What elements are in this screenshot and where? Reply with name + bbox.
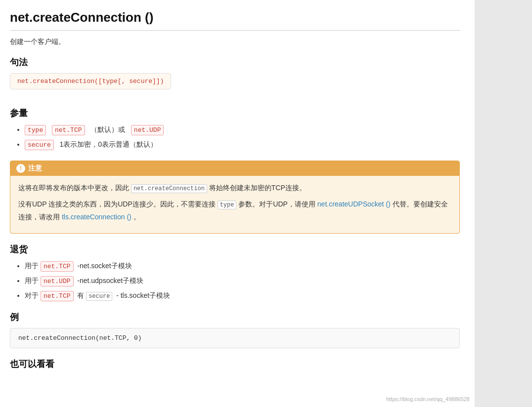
list-item: secure 1表示加密，0表示普通（默认） — [25, 139, 460, 151]
notice-body: 这将在即将发布的版本中更改，因此 net.createConnection 将始… — [10, 176, 459, 233]
return-text3: - tls.socket子模块 — [116, 291, 170, 299]
notice-line2: 没有UDP 连接之类的东西，因为UDP连接少。因此，不需要连接 type 参数。… — [18, 198, 451, 223]
seealso-heading: 也可以看看 — [10, 358, 460, 370]
returns-list: 用于 net.TCP -net.socket子模块 用于 net.UDP -ne… — [25, 260, 460, 301]
list-item: 用于 net.TCP -net.socket子模块 — [25, 260, 460, 272]
notice-line2-end: 。 — [133, 213, 140, 221]
notice-line1-code: net.createConnection — [131, 184, 207, 193]
notice-line2-before: 没有UDP 连接之类的东西，因为UDP连接少。因此，不需要连接 — [18, 200, 216, 208]
section-syntax: 句法 net.createConnection([type[, secure]]… — [10, 56, 460, 97]
notice-title: 注意 — [28, 164, 42, 173]
returns-heading: 退货 — [10, 244, 460, 255]
list-item: type net.TCP （默认）或 net.UDP — [25, 124, 460, 136]
example-code: net.createConnection(net.TCP, 0) — [10, 328, 460, 348]
return-tag-tcp1: net.TCP — [41, 261, 74, 272]
return-text2: -net.udpsocket子模块 — [77, 277, 143, 285]
notice-line1: 这将在即将发布的版本中更改，因此 net.createConnection 将始… — [18, 182, 451, 195]
params-heading: 参量 — [10, 107, 460, 119]
notice-line2-code: type — [218, 201, 237, 209]
example-heading: 例 — [10, 311, 460, 323]
section-returns: 退货 用于 net.TCP -net.socket子模块 用于 net.UDP … — [10, 244, 460, 301]
watermark: https://blog.csdn.net/qq_49886528 — [386, 396, 470, 402]
syntax-heading: 句法 — [10, 56, 460, 68]
subtitle: 创建一个客户端。 — [10, 38, 460, 46]
notice-link1[interactable]: net.createUDPSocket () — [317, 200, 391, 208]
return-tag-tcp2: net.TCP — [41, 291, 74, 301]
notice-line1-before: 这将在即将发布的版本中更改，因此 — [18, 184, 129, 192]
param-net-tcp-tag: net.TCP — [52, 125, 85, 135]
section-seealso: 也可以看看 — [10, 358, 460, 370]
section-params: 参量 type net.TCP （默认）或 net.UDP secure 1表示… — [10, 107, 460, 151]
notice-link2[interactable]: tls.createConnection () — [62, 213, 132, 221]
notice-box: ! 注意 这将在即将发布的版本中更改，因此 net.createConnecti… — [10, 161, 460, 234]
return-tag-udp: net.UDP — [41, 276, 74, 286]
page-title: net.createConnection () — [10, 10, 460, 31]
notice-line2-after: 参数。对于UDP，请使用 — [238, 200, 315, 208]
main-content: net.createConnection () 创建一个客户端。 句法 net.… — [0, 0, 475, 407]
return-text1: -net.socket子模块 — [77, 262, 132, 270]
params-list: type net.TCP （默认）或 net.UDP secure 1表示加密，… — [25, 124, 460, 151]
return-tag-secure: secure — [86, 292, 112, 301]
list-item: 用于 net.UDP -net.udpsocket子模块 — [25, 275, 460, 287]
syntax-code: net.createConnection([type[, secure]]) — [10, 73, 171, 89]
notice-header: ! 注意 — [10, 161, 459, 176]
list-item: 对于 net.TCP 有 secure - tls.socket子模块 — [25, 290, 460, 302]
section-example: 例 net.createConnection(net.TCP, 0) — [10, 311, 460, 348]
param-type-tag: type — [25, 125, 46, 135]
notice-line1-after: 将始终创建未加密的TCP连接。 — [209, 184, 306, 192]
param-net-udp-tag: net.UDP — [131, 125, 164, 135]
param-secure-tag: secure — [25, 140, 54, 150]
notice-icon: ! — [16, 164, 25, 173]
sidebar — [475, 0, 532, 407]
